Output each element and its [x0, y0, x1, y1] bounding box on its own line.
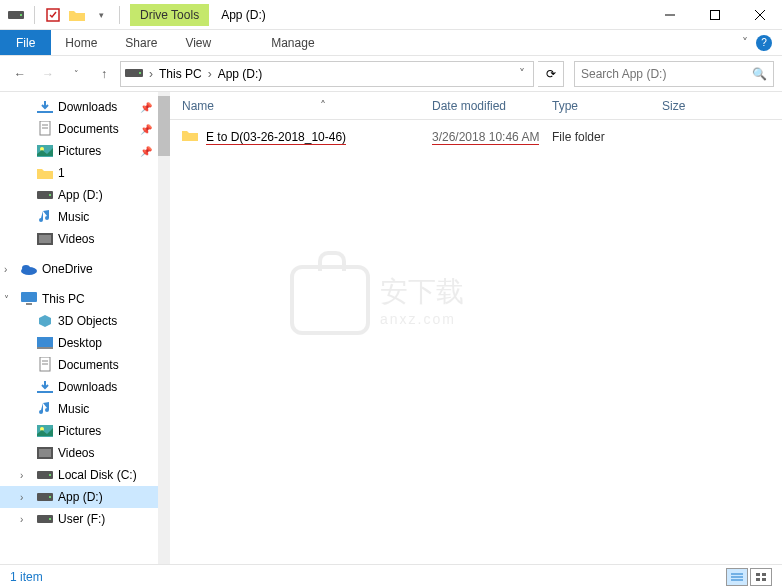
status-bar: 1 item — [0, 564, 782, 588]
pin-icon: 📌 — [140, 146, 152, 157]
details-view-button[interactable] — [726, 568, 748, 586]
column-date[interactable]: Date modified — [432, 99, 552, 113]
properties-icon[interactable] — [45, 7, 61, 23]
ribbon: File Home Share View Manage ˅ ? — [0, 30, 782, 56]
recent-dropdown[interactable]: ˅ — [64, 62, 88, 86]
maximize-button[interactable] — [692, 0, 737, 30]
sidebar-item-pictures[interactable]: Pictures — [0, 420, 170, 442]
svg-rect-43 — [762, 573, 766, 576]
sidebar-item-label: User (F:) — [58, 512, 105, 526]
music-icon — [36, 209, 54, 225]
svg-rect-21 — [21, 292, 37, 302]
sidebar-item-1[interactable]: 1 — [0, 162, 170, 184]
pictures-icon — [36, 143, 54, 159]
document-icon — [36, 357, 54, 373]
sidebar-item-this-pc[interactable]: ˅This PC — [0, 288, 170, 310]
refresh-button[interactable]: ⟳ — [538, 61, 564, 87]
forward-button[interactable]: → — [36, 62, 60, 86]
file-row[interactable]: E to D(03-26-2018_10-46)3/26/2018 10:46 … — [182, 126, 782, 148]
breadcrumb-segment[interactable]: App (D:) — [214, 67, 267, 81]
sidebar-item-app-d-[interactable]: ›App (D:) — [0, 486, 170, 508]
sidebar-item-3d-objects[interactable]: 3D Objects — [0, 310, 170, 332]
search-input[interactable] — [581, 67, 752, 81]
folder-icon — [182, 129, 200, 145]
search-box[interactable]: 🔍 — [574, 61, 774, 87]
scrollbar[interactable] — [158, 92, 170, 564]
drive-icon — [36, 511, 54, 527]
chevron-icon[interactable]: › — [4, 264, 16, 275]
chevron-icon[interactable]: › — [20, 514, 32, 525]
sidebar-item-videos[interactable]: Videos — [0, 442, 170, 464]
download-icon — [36, 379, 54, 395]
minimize-button[interactable] — [647, 0, 692, 30]
close-button[interactable] — [737, 0, 782, 30]
svg-point-8 — [139, 72, 141, 74]
sidebar-item-label: Pictures — [58, 144, 101, 158]
svg-rect-24 — [37, 347, 53, 349]
file-name: E to D(03-26-2018_10-46) — [206, 130, 432, 145]
sidebar-item-music[interactable]: Music — [0, 398, 170, 420]
sidebar-item-label: Videos — [58, 446, 94, 460]
sidebar-item-local-disk-c-[interactable]: ›Local Disk (C:) — [0, 464, 170, 486]
sidebar-item-pictures[interactable]: Pictures📌 — [0, 140, 170, 162]
sidebar-item-documents[interactable]: Documents — [0, 354, 170, 376]
svg-point-16 — [49, 194, 51, 196]
sidebar-item-label: Documents — [58, 358, 119, 372]
back-button[interactable]: ← — [8, 62, 32, 86]
sidebar-item-onedrive[interactable]: ›OneDrive — [0, 258, 170, 280]
chevron-icon[interactable]: ˅ — [4, 294, 16, 305]
divider — [34, 6, 35, 24]
sidebar-item-music[interactable]: Music — [0, 206, 170, 228]
breadcrumb-segment[interactable]: This PC — [155, 67, 206, 81]
sidebar-item-label: OneDrive — [42, 262, 93, 276]
item-count: 1 item — [10, 570, 43, 584]
sidebar-item-desktop[interactable]: Desktop — [0, 332, 170, 354]
file-list[interactable]: E to D(03-26-2018_10-46)3/26/2018 10:46 … — [170, 120, 782, 564]
svg-rect-4 — [710, 10, 719, 19]
column-name[interactable]: Name˄ — [182, 99, 432, 113]
chevron-right-icon[interactable]: › — [206, 67, 214, 81]
svg-rect-28 — [37, 391, 53, 393]
sidebar-item-label: Videos — [58, 232, 94, 246]
qat-dropdown-icon[interactable]: ▾ — [93, 7, 109, 23]
sidebar-item-videos[interactable]: Videos — [0, 228, 170, 250]
svg-point-20 — [22, 265, 30, 271]
folder-icon[interactable] — [69, 7, 85, 23]
navigation-pane[interactable]: Downloads📌Documents📌Pictures📌1App (D:)Mu… — [0, 92, 170, 564]
main-area: Downloads📌Documents📌Pictures📌1App (D:)Mu… — [0, 92, 782, 564]
svg-rect-22 — [26, 303, 32, 305]
search-icon[interactable]: 🔍 — [752, 67, 767, 81]
svg-point-36 — [49, 496, 51, 498]
sidebar-item-user-f-[interactable]: ›User (F:) — [0, 508, 170, 530]
titlebar: ▾ Drive Tools App (D:) — [0, 0, 782, 30]
icons-view-button[interactable] — [750, 568, 772, 586]
download-icon — [36, 99, 54, 115]
address-dropdown-icon[interactable]: ˅ — [515, 67, 529, 81]
ribbon-expand-icon[interactable]: ˅ — [742, 36, 748, 50]
sidebar-item-downloads[interactable]: Downloads📌 — [0, 96, 170, 118]
tab-home[interactable]: Home — [51, 30, 111, 55]
chevron-icon[interactable]: › — [20, 492, 32, 503]
sidebar-item-documents[interactable]: Documents📌 — [0, 118, 170, 140]
chevron-icon[interactable]: › — [20, 470, 32, 481]
file-tab[interactable]: File — [0, 30, 51, 55]
help-icon[interactable]: ? — [756, 35, 772, 51]
address-bar[interactable]: › This PC › App (D:) ˅ — [120, 61, 534, 87]
scrollbar-thumb[interactable] — [158, 96, 170, 156]
navbar: ← → ˅ ↑ › This PC › App (D:) ˅ ⟳ 🔍 — [0, 56, 782, 92]
column-size[interactable]: Size — [662, 99, 782, 113]
column-label: Name — [182, 99, 214, 113]
tab-view[interactable]: View — [171, 30, 225, 55]
document-icon — [36, 121, 54, 137]
window-controls — [647, 0, 782, 30]
column-type[interactable]: Type — [552, 99, 662, 113]
up-button[interactable]: ↑ — [92, 62, 116, 86]
tab-manage[interactable]: Manage — [257, 30, 328, 55]
svg-rect-44 — [756, 578, 760, 581]
tab-share[interactable]: Share — [111, 30, 171, 55]
sort-indicator-icon: ˄ — [320, 99, 326, 113]
sidebar-item-downloads[interactable]: Downloads — [0, 376, 170, 398]
view-toggles — [726, 568, 772, 586]
chevron-right-icon[interactable]: › — [147, 67, 155, 81]
sidebar-item-app-d-[interactable]: App (D:) — [0, 184, 170, 206]
